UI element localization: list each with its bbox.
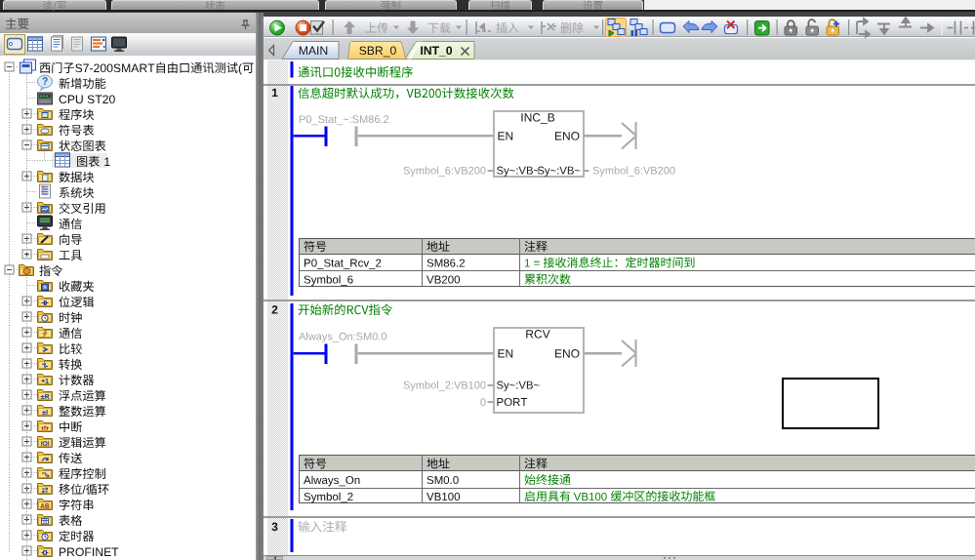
svg-text:±R: ±R [41, 393, 50, 400]
svg-text:±I: ±I [42, 409, 48, 416]
svg-text:?: ? [42, 76, 48, 87]
svg-text:AB: AB [40, 502, 50, 509]
svg-text:IOI: IOI [41, 440, 50, 447]
svg-text:+1: +1 [41, 378, 49, 384]
